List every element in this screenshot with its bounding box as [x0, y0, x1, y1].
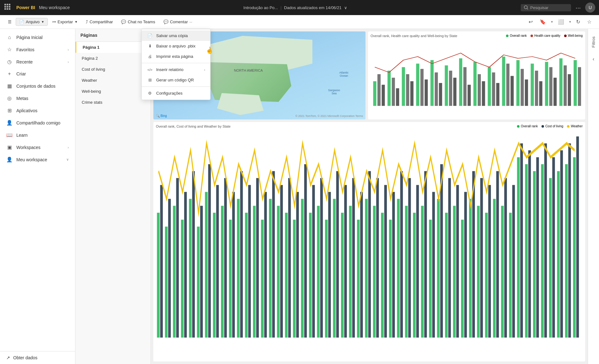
bookmark-button[interactable]: 🔖 — [537, 18, 548, 26]
toolbar-right: ↩ 🔖 ▼ ⬜ ▼ ↻ ☆ — [526, 18, 594, 26]
chart-top-right[interactable]: Overall rank, Health care quality and We… — [368, 31, 585, 119]
page-item-weather[interactable]: Weather — [75, 75, 151, 86]
svg-rect-18 — [406, 74, 409, 106]
view-button[interactable]: ⬜ — [555, 18, 567, 26]
salvar-copia-icon: 📄 — [147, 33, 153, 38]
sidebar-item-aplicativos[interactable]: ⊞ Aplicativos — [0, 104, 75, 117]
search-button[interactable]: Pesquisar — [521, 4, 571, 11]
page-label-crime: Crime stats — [82, 100, 102, 105]
sidebar-item-meu-workspace[interactable]: 👤 Meu workspace ∨ — [0, 153, 75, 166]
more-options-button[interactable]: ··· — [573, 3, 583, 13]
svg-rect-57 — [165, 227, 168, 338]
svg-rect-141 — [501, 206, 503, 338]
svg-rect-24 — [435, 72, 438, 106]
sidebar-item-compartilhado[interactable]: 👤 Compartilhado comigo — [0, 117, 75, 129]
sidebar-item-pagina-inicial[interactable]: ⌂ Página Inicial — [0, 31, 75, 43]
page-label-pagina1: Página 1 — [83, 45, 99, 50]
dropdown-separator — [142, 63, 210, 63]
chat-teams-button[interactable]: 💬 Chat no Teams — [118, 18, 158, 26]
compartilhar-icon: ⤴ — [86, 19, 88, 24]
undo-button[interactable]: ↩ — [526, 18, 535, 26]
svg-rect-152 — [544, 143, 547, 338]
page-item-pagina1[interactable]: Página 1 — [75, 42, 151, 53]
svg-rect-97 — [325, 220, 327, 338]
imprimir-item[interactable]: 🖨 Imprimir esta página — [142, 51, 210, 62]
arquivo-icon: 📄 — [19, 19, 24, 24]
svg-rect-144 — [512, 185, 515, 338]
comentar-button[interactable]: 💬 Comentar ··· — [160, 18, 196, 26]
obter-dados-icon: ↗ — [6, 355, 10, 360]
svg-rect-121 — [421, 206, 424, 338]
svg-rect-38 — [502, 57, 505, 106]
svg-rect-19 — [410, 81, 414, 106]
svg-rect-137 — [485, 213, 487, 338]
svg-rect-151 — [541, 164, 544, 338]
compartilhar-button[interactable]: ⤴ Compartilhar — [82, 18, 116, 26]
legend-label-overall-b: Overall rank — [521, 124, 538, 128]
sidebar-item-conjuntos[interactable]: ▦ Conjuntos de dados — [0, 80, 75, 92]
svg-rect-142 — [504, 178, 507, 337]
salvar-copia-item[interactable]: 📄 Salvar uma cópia — [142, 30, 210, 41]
svg-rect-61 — [181, 220, 184, 338]
sidebar-label-aplicativos: Aplicativos — [16, 108, 37, 113]
map-copyright: © 2021 TomTom, © 2021 Microsoft Corporat… — [295, 114, 363, 118]
page-item-well-being[interactable]: Well-being — [75, 86, 151, 97]
refresh-button[interactable]: ↻ — [574, 18, 583, 26]
svg-rect-87 — [285, 213, 288, 338]
svg-rect-140 — [496, 171, 499, 338]
svg-rect-3 — [4, 6, 6, 8]
bookmark-chevron[interactable]: ▼ — [550, 20, 553, 24]
legend-dot-healthcare — [530, 35, 533, 37]
sidebar-item-workspaces[interactable]: ▣ Workspaces › — [0, 141, 75, 153]
compartilhar-label: Compartilhar — [90, 19, 113, 24]
user-avatar[interactable]: U — [585, 3, 595, 13]
svg-rect-35 — [488, 67, 491, 106]
svg-rect-67 — [205, 192, 207, 338]
chart-bottom[interactable]: Overall rank, Cost of living and Weather… — [153, 122, 585, 361]
svg-rect-53 — [574, 60, 577, 106]
svg-rect-41 — [516, 60, 519, 106]
qr-icon: ⊞ — [147, 78, 153, 82]
sidebar-item-criar[interactable]: + Criar — [0, 68, 75, 80]
svg-rect-15 — [392, 78, 395, 106]
svg-rect-153 — [549, 178, 552, 337]
page-item-cost-of-living[interactable]: Cost of living — [75, 64, 151, 75]
svg-rect-93 — [309, 213, 311, 338]
svg-rect-20 — [416, 63, 419, 106]
config-item[interactable]: ⚙ Configurações — [142, 88, 210, 98]
svg-rect-122 — [424, 171, 427, 338]
sidebar-item-recente[interactable]: ◷ Recente › — [0, 56, 75, 68]
svg-rect-105 — [357, 220, 360, 338]
baixar-item[interactable]: ⬇ Baixar o arquivo .pbix — [142, 41, 210, 51]
svg-rect-118 — [408, 178, 411, 337]
legend-overall-b: Overall rank — [517, 124, 538, 128]
sidebar-item-metas[interactable]: ◎ Metas — [0, 92, 75, 104]
page-item-pagina2[interactable]: Página 2 — [75, 53, 151, 64]
sidebar: ⌂ Página Inicial ☆ Favoritos › ◷ Recente… — [0, 29, 75, 364]
obter-dados-button[interactable]: ↗ Obter dados — [0, 351, 75, 364]
chevron-down-icon[interactable]: ∨ — [344, 5, 347, 10]
chevron-right-icon: › — [68, 146, 69, 149]
svg-rect-139 — [493, 199, 496, 338]
right-panel-collapse-icon[interactable]: ‹ — [593, 56, 594, 62]
page-item-crime-stats[interactable]: Crime stats — [75, 97, 151, 108]
legend-dot-weather — [567, 125, 569, 128]
favorite-button[interactable]: ☆ — [585, 18, 594, 26]
menu-toggle-button[interactable]: ☰ — [5, 18, 14, 26]
inserir-item[interactable]: </> Inserir relatório › — [142, 64, 210, 75]
arquivo-button[interactable]: 📄 Arquivo ▼ — [16, 18, 48, 26]
more-icon: ··· — [190, 20, 192, 24]
filters-label[interactable]: Filtros — [591, 34, 596, 50]
qr-item[interactable]: ⊞ Gerar um código QR — [142, 75, 210, 85]
bar-chart-bottom-svg — [156, 130, 583, 351]
sidebar-item-favoritos[interactable]: ☆ Favoritos › — [0, 43, 75, 56]
svg-rect-70 — [216, 185, 219, 338]
svg-rect-108 — [368, 171, 371, 338]
clock-icon: ◷ — [6, 59, 13, 65]
sidebar-label-pagina-inicial: Página Inicial — [16, 35, 42, 40]
arquivo-label: Arquivo — [26, 19, 40, 24]
exportar-button[interactable]: ↦ Exportar ▼ — [49, 18, 81, 26]
sidebar-item-learn[interactable]: 📖 Learn — [0, 129, 75, 141]
view-chevron[interactable]: ▼ — [569, 20, 572, 24]
svg-rect-131 — [461, 220, 464, 338]
